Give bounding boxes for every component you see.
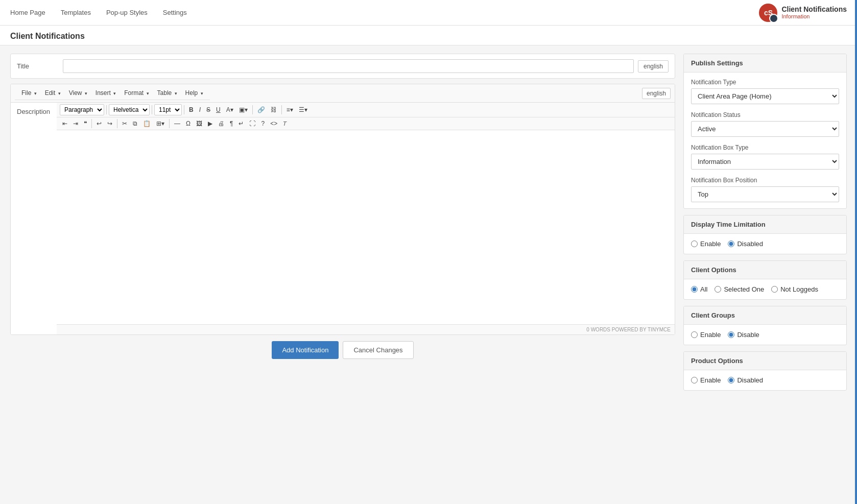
brand-text: Client Notifications Information [781,5,847,20]
client-options-not-loggeds-label: Not Loggeds [780,285,818,293]
menu-help[interactable]: Help ▾ [182,88,207,98]
display-time-enable-radio[interactable] [691,241,698,247]
indent-button[interactable]: ⇥ [70,119,81,128]
strikethrough-button[interactable]: S [204,105,213,114]
page-title: Client Notifications [0,26,857,45]
notification-type-label: Notification Type [691,79,839,86]
clear-format-button[interactable]: 𝘛 [280,119,289,128]
bg-color-button[interactable]: ▣▾ [236,105,250,114]
paste-button[interactable]: 📋 [140,119,153,128]
display-time-disabled[interactable]: Disabled [728,240,763,248]
copy-button[interactable]: ⧉ [130,119,140,128]
sep2 [152,105,152,114]
notification-box-position-label: Notification Box Position [691,177,839,184]
unlink-button[interactable]: ⛓ [268,105,279,114]
font-color-button[interactable]: A▾ [224,105,236,114]
editor-body[interactable] [57,130,675,324]
show-blocks-button[interactable]: ¶ [227,119,235,128]
sidebar: Publish Settings Notification Type Clien… [683,54,847,490]
client-options-all-radio[interactable] [691,286,698,293]
nonbreaking-button[interactable]: ↵ [236,119,246,128]
title-label: Title [17,62,63,70]
client-options-not-loggeds[interactable]: Not Loggeds [771,285,818,293]
display-time-disabled-radio[interactable] [728,241,734,247]
notification-box-type-group: Notification Box Type Information Succes… [691,144,839,170]
editor-menubar: File ▾ Edit ▾ View ▾ Insert ▾ Format ▾ T… [15,86,210,100]
editor-wrapper: File ▾ Edit ▾ View ▾ Insert ▾ Format ▾ T… [10,84,675,335]
undo-button[interactable]: ↩ [94,119,104,128]
action-buttons: Add Notification Cancel Changes [10,335,675,365]
underline-button[interactable]: U [213,105,223,114]
table-insert-button[interactable]: ⊞▾ [154,119,167,128]
title-input[interactable] [63,59,634,73]
client-options-not-loggeds-radio[interactable] [771,286,778,293]
nav-templates[interactable]: Templates [61,1,91,24]
redo-button[interactable]: ↪ [105,119,115,128]
title-row: Title english [10,54,675,79]
blockquote-button[interactable]: ❝ [81,119,89,128]
client-groups-enable[interactable]: Enable [691,331,721,339]
client-options-all[interactable]: All [691,285,707,293]
special-char-button[interactable]: Ω [183,119,193,128]
print-button[interactable]: 🖨 [216,119,227,128]
brand: cS Client Notifications Information [759,4,847,22]
cancel-changes-button[interactable]: Cancel Changes [343,341,413,359]
brand-title: Client Notifications [781,5,847,14]
notification-box-position-select[interactable]: Top Bottom [691,186,839,202]
menu-table[interactable]: Table ▾ [154,88,181,98]
brand-subtitle: Information [781,13,847,20]
outdent-button[interactable]: ⇤ [60,119,70,128]
client-groups-panel-body: Enable Disable [684,325,846,345]
client-groups-disable-radio[interactable] [728,331,734,338]
client-groups-disable[interactable]: Disable [728,331,759,339]
client-options-selected-one[interactable]: Selected One [715,285,764,293]
ordered-list-button[interactable]: ☰▾ [296,105,310,114]
client-groups-disable-label: Disable [737,331,759,339]
client-groups-panel-title: Client Groups [684,306,846,325]
code-button[interactable]: <> [268,119,280,128]
product-options-panel: Product Options Enable Disabled [683,351,847,391]
bullet-list-button[interactable]: ≡▾ [284,105,296,114]
help-button[interactable]: ? [258,119,267,128]
menu-edit[interactable]: Edit ▾ [41,88,64,98]
menu-insert[interactable]: Insert ▾ [92,88,120,98]
style-select[interactable]: Paragraph [60,104,104,115]
product-options-disabled-radio[interactable] [728,377,734,383]
fullscreen-button[interactable]: ⛶ [247,119,258,128]
client-groups-enable-radio[interactable] [691,331,698,338]
product-options-disabled-label: Disabled [737,376,763,384]
notification-status-label: Notification Status [691,111,839,118]
display-time-radio-group: Enable Disabled [691,240,839,248]
product-options-enable-radio[interactable] [691,377,698,383]
italic-button[interactable]: I [197,105,203,114]
font-select[interactable]: Helvetica [109,104,150,115]
nav-popup-styles[interactable]: Pop-up Styles [106,1,148,24]
display-time-enable[interactable]: Enable [691,240,721,248]
hr-button[interactable]: — [172,119,183,128]
display-time-enable-label: Enable [700,240,721,248]
product-options-enable-label: Enable [700,376,721,384]
image-button[interactable]: 🖼 [194,119,205,128]
size-select[interactable]: 11pt [154,104,182,115]
menu-view[interactable]: View ▾ [65,88,91,98]
add-notification-button[interactable]: Add Notification [272,341,339,359]
media-button[interactable]: ▶ [205,119,215,128]
client-options-selected-one-radio[interactable] [715,286,721,293]
display-time-disabled-label: Disabled [737,240,763,248]
sep1 [106,105,107,114]
cut-button[interactable]: ✂ [120,119,130,128]
bold-button[interactable]: B [186,105,196,114]
link-button[interactable]: 🔗 [255,105,268,114]
client-options-radio-group: All Selected One Not Loggeds [691,285,839,293]
notification-box-type-select[interactable]: Information Success Warning Danger [691,154,839,170]
nav-home-page[interactable]: Home Page [10,1,45,24]
nav-settings[interactable]: Settings [163,1,187,24]
notification-type-group: Notification Type Client Area Page (Home… [691,79,839,104]
product-options-disabled[interactable]: Disabled [728,376,763,384]
product-options-enable[interactable]: Enable [691,376,721,384]
client-groups-radio-group: Enable Disable [691,331,839,339]
notification-type-select[interactable]: Client Area Page (Home) Client Area Page… [691,88,839,104]
menu-format[interactable]: Format ▾ [121,88,152,98]
notification-status-select[interactable]: Active Inactive [691,121,839,137]
menu-file[interactable]: File ▾ [18,88,40,98]
